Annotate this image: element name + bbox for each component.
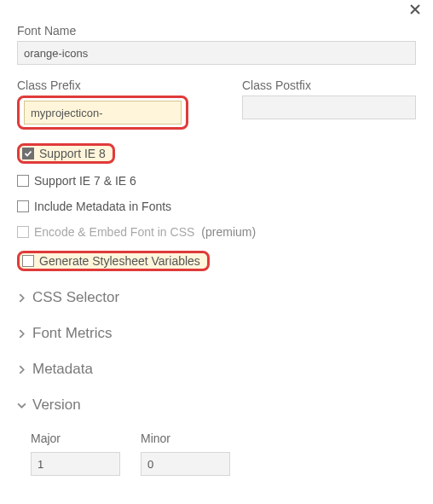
version-body: Major Minor	[17, 423, 416, 476]
class-prefix-highlight	[17, 96, 188, 130]
section-metadata[interactable]: Metadata	[17, 351, 416, 387]
version-major-label: Major	[31, 432, 120, 445]
close-button[interactable]	[409, 3, 421, 15]
support-ie76-label: Support IE 7 & IE 6	[34, 174, 136, 188]
section-version-label: Version	[32, 397, 81, 414]
section-font-metrics[interactable]: Font Metrics	[17, 316, 416, 351]
include-metadata-checkbox[interactable]	[17, 200, 29, 212]
section-css-selector-label: CSS Selector	[32, 289, 119, 306]
class-prefix-label: Class Prefix	[17, 78, 191, 92]
support-ie76-checkbox[interactable]	[17, 175, 29, 187]
generate-vars-label: Generate Stylesheet Variables	[39, 254, 200, 268]
font-name-input[interactable]	[17, 41, 416, 65]
encode-embed-row: Encode & Embed Font in CSS (premium)	[17, 222, 416, 242]
support-ie8-label: Support IE 8	[39, 147, 106, 160]
include-metadata-row[interactable]: Include Metadata in Fonts	[17, 196, 416, 217]
support-ie8-checkbox[interactable]	[22, 148, 34, 159]
encode-embed-suffix: (premium)	[201, 225, 256, 239]
chevron-right-icon	[17, 329, 26, 339]
class-prefix-input[interactable]	[24, 101, 182, 125]
close-icon	[409, 3, 421, 15]
preferences-panel: Font Name Class Prefix Class Postfix Sup…	[0, 0, 433, 493]
encode-embed-label: Encode & Embed Font in CSS	[34, 225, 194, 239]
section-font-metrics-label: Font Metrics	[32, 325, 113, 342]
section-css-selector[interactable]: CSS Selector	[17, 280, 416, 316]
chevron-right-icon	[17, 293, 26, 303]
section-version[interactable]: Version	[17, 387, 416, 423]
generate-vars-checkbox[interactable]	[22, 255, 34, 267]
chevron-down-icon	[17, 401, 26, 410]
encode-embed-checkbox	[17, 226, 29, 238]
support-ie8-row[interactable]: Support IE 8	[17, 143, 115, 164]
version-major-input[interactable]	[31, 452, 120, 476]
class-postfix-label: Class Postfix	[242, 78, 416, 92]
section-metadata-label: Metadata	[32, 361, 93, 378]
version-minor-label: Minor	[141, 432, 230, 445]
font-name-label: Font Name	[17, 24, 416, 38]
version-minor-input[interactable]	[141, 452, 230, 476]
class-postfix-input[interactable]	[242, 96, 416, 119]
include-metadata-label: Include Metadata in Fonts	[34, 200, 171, 213]
generate-vars-row[interactable]: Generate Stylesheet Variables	[17, 251, 210, 271]
support-ie76-row[interactable]: Support IE 7 & IE 6	[17, 171, 416, 191]
chevron-right-icon	[17, 365, 26, 374]
